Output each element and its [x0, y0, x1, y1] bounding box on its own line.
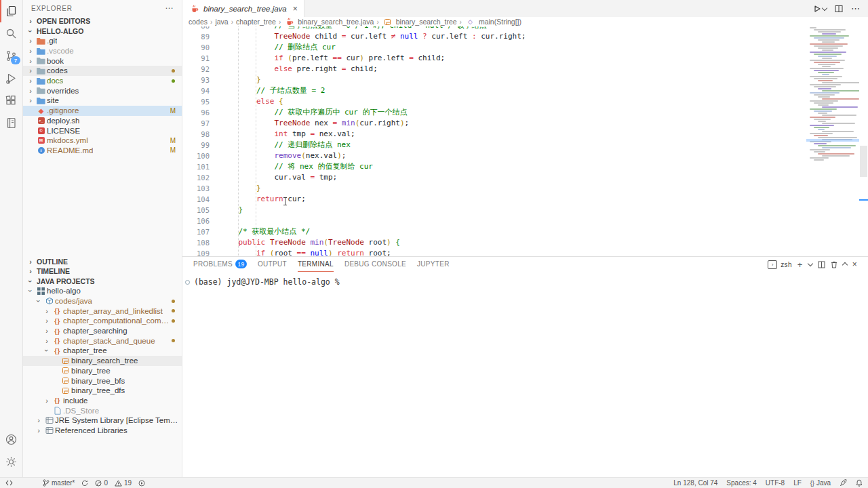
tree-item[interactable]: ›{}chapter_array_and_linkedlist	[23, 306, 182, 316]
panel-tab-problems[interactable]: PROBLEMS19	[193, 257, 247, 272]
workspace-root-label: HELLO-ALGO	[37, 27, 83, 35]
tree-item[interactable]: ›◆.gitignoreM	[23, 106, 182, 116]
close-panel-icon[interactable]: ×	[852, 260, 857, 269]
breadcrumb-item[interactable]: binary_search_tree	[396, 18, 457, 26]
panel-tab-jupyter[interactable]: JUPYTER	[417, 257, 450, 272]
tree-item-label: binary_tree	[71, 367, 111, 375]
class-icon	[60, 357, 71, 365]
close-tab-icon[interactable]: ×	[293, 4, 298, 14]
tab-binary-search-tree[interactable]: binary_search_tree.java ×	[182, 0, 304, 17]
tree-item[interactable]: ›JRE System Library [Eclipse Temurin 17 …	[23, 415, 182, 426]
tree-item[interactable]: ›{}chapter_computational_complexity	[23, 316, 182, 326]
maximize-panel-icon[interactable]	[842, 262, 847, 268]
activity-search-icon[interactable]	[0, 22, 22, 45]
problems-count-badge: 19	[235, 260, 247, 268]
status-cursor-position[interactable]: Ln 128, Col 74	[673, 479, 717, 487]
more-actions-button[interactable]: ⋯	[851, 3, 860, 14]
code-line: 91 if (pre.left == cur) pre.left = child…	[182, 53, 806, 64]
status-notifications[interactable]	[856, 479, 863, 487]
activity-notebook-icon[interactable]	[0, 112, 22, 134]
tree-item[interactable]: ›codes/java	[23, 296, 182, 306]
tree-item[interactable]: ›overrides	[23, 85, 182, 96]
activity-files-icon[interactable]	[0, 0, 22, 22]
status-git-branch[interactable]: master*	[43, 479, 75, 487]
tree-item[interactable]: ›{}include	[23, 396, 182, 406]
tree-item[interactable]: ›iREADME.mdM	[23, 146, 182, 156]
tree-item[interactable]: ›hello-algo	[23, 286, 182, 296]
status-encoding[interactable]: UTF-8	[766, 479, 785, 487]
tree-item[interactable]: ›{}chapter_stack_and_queue	[23, 336, 182, 346]
breadcrumb-item[interactable]: binary_search_tree.java	[298, 18, 374, 26]
status-java-status[interactable]	[840, 479, 847, 487]
tree-item-label: chapter_searching	[63, 327, 127, 335]
timeline-section[interactable]: › TIMELINE	[23, 266, 182, 276]
status-errors[interactable]: 0	[95, 479, 108, 487]
activity-account-icon[interactable]	[0, 428, 22, 451]
rocket-icon	[840, 479, 847, 487]
tree-item[interactable]: ›binary_tree_dfs	[23, 386, 182, 396]
minimap[interactable]	[806, 26, 859, 256]
status-tasks[interactable]	[138, 480, 145, 487]
status-remote-indicator[interactable]	[5, 479, 13, 487]
split-terminal-button[interactable]	[818, 261, 825, 268]
editor-scrollbar[interactable]	[859, 26, 868, 256]
tree-item[interactable]: ›binary_tree	[23, 366, 182, 376]
kill-terminal-icon[interactable]	[831, 261, 837, 268]
tree-item[interactable]: ›.DS_Store	[23, 405, 182, 415]
panel-tab-output[interactable]: OUTPUT	[258, 257, 287, 272]
breadcrumb-item[interactable]: chapter_tree	[236, 18, 276, 26]
tree-item[interactable]: ›.git	[23, 36, 182, 46]
tree-item[interactable]: ›Referenced Libraries	[23, 426, 182, 436]
status-bar: master*019 Ln 128, Col 74Spaces: 4UTF-8L…	[0, 477, 868, 488]
activity-extensions-icon[interactable]	[0, 89, 22, 112]
run-dropdown-icon[interactable]	[822, 5, 827, 10]
panel-tab-terminal[interactable]: TERMINAL	[298, 257, 334, 272]
new-terminal-button[interactable]: +	[797, 260, 803, 270]
tree-item[interactable]: ›docs	[23, 76, 182, 86]
folder-icon	[35, 57, 47, 64]
timeline-label: TIMELINE	[37, 267, 70, 275]
explorer-more-actions-icon[interactable]: ⋯	[165, 3, 174, 13]
panel-tab-debug-console[interactable]: DEBUG CONSOLE	[344, 257, 406, 272]
code-text: }	[210, 75, 261, 85]
tree-item[interactable]: ›codes	[23, 66, 182, 76]
tree-item[interactable]: ›Mmkdocs.ymlM	[23, 136, 182, 146]
split-editor-button[interactable]	[835, 5, 843, 13]
folder-icon	[35, 47, 47, 55]
status-eol[interactable]: LF	[793, 479, 802, 487]
tree-item[interactable]: ›book	[23, 56, 182, 66]
status-language-mode[interactable]: {}Java	[810, 479, 831, 487]
code-editor[interactable]: 88 // 当子结点数量 = 0 / 1 时, child = null / 该…	[182, 26, 806, 256]
status-indentation[interactable]: Spaces: 4	[726, 479, 756, 487]
tree-item[interactable]: ›©LICENSE	[23, 125, 182, 136]
workspace-root-section[interactable]: › HELLO-ALGO	[23, 26, 182, 36]
open-editors-section[interactable]: › OPEN EDITORS	[23, 16, 182, 26]
terminal-dropdown-icon[interactable]	[807, 261, 812, 266]
breadcrumb-item[interactable]: codes	[189, 18, 208, 26]
code-line: 102 cur.val = tmp;	[182, 172, 806, 183]
status-git-sync[interactable]	[81, 480, 88, 487]
tree-item[interactable]: ›site	[23, 96, 182, 106]
braces-icon: {}	[52, 347, 63, 354]
java-projects-section[interactable]: › JAVA PROJECTS	[23, 276, 182, 286]
breadcrumb-item[interactable]: main(String[])	[479, 18, 521, 26]
status-warnings[interactable]: 19	[115, 479, 132, 487]
tree-item-label: .DS_Store	[63, 407, 99, 415]
tree-item[interactable]: ›>_deploy.sh	[23, 116, 182, 126]
activity-run-debug-icon[interactable]	[0, 67, 22, 89]
breadcrumb-item[interactable]: java	[215, 18, 228, 26]
activity-source-control-icon[interactable]: 7	[0, 45, 22, 67]
tree-item[interactable]: ›.vscode	[23, 46, 182, 56]
tree-item[interactable]: ›binary_search_tree	[23, 356, 182, 366]
tree-item-label: binary_tree_dfs	[71, 386, 125, 394]
tree-item[interactable]: ›{}chapter_searching	[23, 326, 182, 336]
terminal-view[interactable]: (base) jyd@JYD-MBP hello-algo %	[182, 272, 868, 477]
terminal-launch-icon[interactable]: ›	[768, 260, 777, 269]
tree-item[interactable]: ›{}chapter_tree	[23, 346, 182, 356]
activity-settings-icon[interactable]	[0, 451, 22, 473]
tree-item[interactable]: ›binary_tree_bfs	[23, 375, 182, 386]
chevron-right-icon: ›	[34, 427, 43, 434]
scrollbar-thumb[interactable]	[860, 146, 867, 177]
run-button[interactable]	[813, 5, 827, 13]
outline-section[interactable]: › OUTLINE	[23, 257, 182, 266]
